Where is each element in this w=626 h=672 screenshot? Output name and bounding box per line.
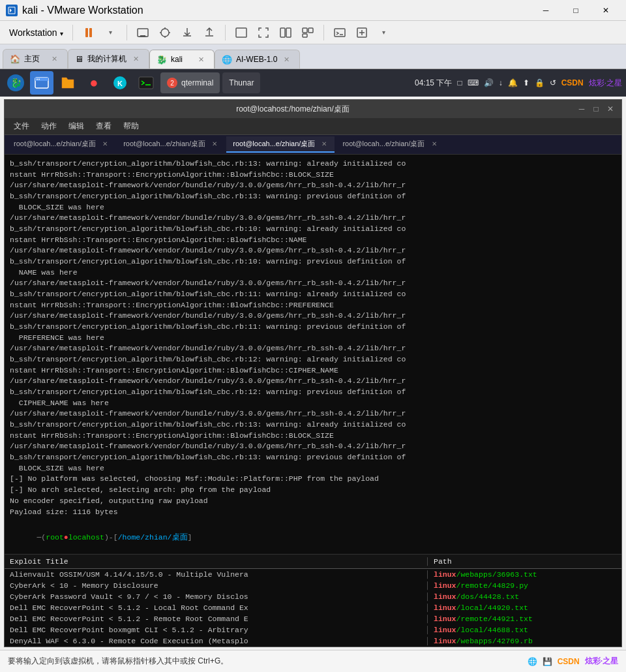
taskbar: 🐉 ● K 2 qterminal Thuna: [0, 69, 626, 97]
pause-dropdown-button[interactable]: ▾: [100, 22, 121, 43]
vm-menu-edit[interactable]: 编辑: [63, 119, 89, 133]
terminal-tab-3[interactable]: root@locah...e/zhian/桌面 ✕: [226, 136, 335, 153]
svg-rect-5: [139, 37, 147, 37]
close-button[interactable]: ✕: [591, 0, 621, 21]
terminal-tab-2[interactable]: root@locah...e/zhian/桌面 ✕: [117, 136, 225, 153]
vm-settings-button[interactable]: [132, 22, 153, 43]
svg-rect-12: [303, 34, 307, 37]
browser-tab-bar: 🏠 主页 ✕ 🖥 我的计算机 ✕ 🐉 kali ✕ 🌐 AI-WEB-1.0 ✕: [0, 44, 626, 69]
tab-aiweb[interactable]: 🌐 AI-WEB-1.0 ✕: [215, 50, 300, 69]
terminal-line: PREFERENCE was here: [10, 333, 616, 344]
terminal-line: CIPHER_NAME was here: [10, 398, 616, 409]
split-view-button[interactable]: [275, 22, 296, 43]
terminal-line: /usr/share/metasploit-framework/vendor/b…: [10, 311, 616, 322]
terminal-line: b_ssh/transport/encryption_algorithm/blo…: [10, 289, 616, 300]
table-row: Alienvault OSSIM/USM 4.14/4.15/5.0 - Mul…: [5, 569, 621, 580]
vm-maximize-button[interactable]: □: [590, 103, 602, 115]
menu-separator: [72, 25, 73, 40]
web-icon: 🌐: [222, 55, 232, 65]
pause-icon: [85, 28, 92, 37]
taskbar-volume-icon[interactable]: 🔊: [484, 78, 494, 87]
svg-rect-10: [303, 28, 307, 33]
vm-window-title: root@locahost:/home/zhian/桌面: [10, 104, 576, 115]
view-dropdown-button[interactable]: ▾: [374, 22, 395, 43]
taskbar-icon5[interactable]: K: [108, 71, 132, 95]
tab-kali-close[interactable]: ✕: [196, 54, 206, 65]
status-right-icons: 🌐 💾 CSDN 炫彩·之星: [528, 656, 618, 667]
terminal-tab-2-close[interactable]: ✕: [212, 140, 217, 147]
table-header-row: Exploit Title │ Path: [5, 555, 621, 569]
status-colorstar: 炫彩·之星: [585, 656, 618, 667]
svg-rect-7: [236, 28, 246, 37]
toolbar-sep2: [225, 25, 226, 40]
terminal-tab-4[interactable]: root@locah...e/zhian/桌面 ✕: [336, 136, 444, 153]
tab-mycomputer[interactable]: 🖥 我的计算机 ✕: [68, 49, 149, 69]
minimize-button[interactable]: ─: [531, 0, 561, 21]
tab-home-close[interactable]: ✕: [49, 54, 59, 65]
terminal-line: /usr/share/metasploit-framework/vendor/b…: [10, 213, 616, 224]
taskbar-files-icon[interactable]: [56, 71, 80, 95]
taskbar-browser-icon[interactable]: [30, 71, 53, 95]
taskbar-icon4[interactable]: ●: [82, 71, 106, 95]
full-screen-button[interactable]: [253, 22, 274, 43]
status-text: 要将输入定向到该虚拟机，请将鼠标指针移入其中或按 Ctrl+G。: [8, 656, 228, 667]
vm-close-button[interactable]: ✕: [604, 103, 616, 115]
taskbar-kali-dragon-icon[interactable]: 🐉: [4, 71, 27, 95]
taskbar-refresh-icon[interactable]: ↺: [550, 78, 556, 87]
taskbar-keyboard-icon[interactable]: ⌨: [468, 78, 479, 87]
unity-view-button[interactable]: [297, 22, 318, 43]
normal-view-button[interactable]: [231, 22, 252, 43]
terminal-line: b_ssh/transport/encryption_algorithm/blo…: [10, 191, 616, 202]
vm-minimize-button[interactable]: ─: [576, 103, 588, 115]
console-button[interactable]: [329, 22, 350, 43]
pause-button[interactable]: [78, 22, 99, 43]
toolbar-pause-group: ▾: [78, 22, 121, 43]
tab-aiweb-close[interactable]: ✕: [281, 54, 291, 65]
vm-menu-bar: 文件 动作 编辑 查看 帮助: [5, 118, 621, 135]
taskbar-lock-icon[interactable]: 🔒: [535, 78, 544, 87]
download-button[interactable]: [177, 22, 198, 43]
terminal-line: b_ssh/transport/encryption_algorithm/blo…: [10, 452, 616, 463]
toolbar-vm-group: [132, 22, 220, 43]
table-row: Dell EMC RecoverPoint boxmgmt CLI < 5.1.…: [5, 624, 621, 635]
taskbar-terminal-icon[interactable]: [134, 71, 158, 95]
terminal-tab-1[interactable]: root@locah...e/zhian/桌面 ✕: [7, 136, 115, 153]
table-row: CyberArk Password Vault < 9.7 / < 10 - M…: [5, 591, 621, 602]
remote-button[interactable]: [351, 22, 372, 43]
svg-rect-4: [140, 35, 145, 37]
upload-button[interactable]: [199, 22, 220, 43]
terminal-tab-bar: root@locah...e/zhian/桌面 ✕ root@locah...e…: [5, 135, 621, 155]
terminal-tab-4-close[interactable]: ✕: [432, 140, 437, 147]
terminal-tab-3-close[interactable]: ✕: [321, 140, 327, 147]
taskbar-qterminal-app[interactable]: 2 qterminal: [160, 72, 220, 93]
kali-icon: 🐉: [156, 55, 167, 65]
terminal-line: b_ssh/transport/encryption_algorithm/blo…: [10, 322, 616, 333]
vm-window: root@locahost:/home/zhian/桌面 ─ □ ✕ 文件 动作…: [4, 99, 622, 647]
tab-mycomputer-close[interactable]: ✕: [130, 54, 141, 65]
toolbar-view-group: [231, 22, 318, 43]
terminal-line: b_ssh/transport/encryption_algorithm/blo…: [10, 420, 616, 431]
vm-titlebar: root@locahost:/home/zhian/桌面 ─ □ ✕: [5, 100, 621, 118]
terminal-line: b_ssh/transport/encryption_algorithm/blo…: [10, 224, 616, 235]
vm-menu-view[interactable]: 查看: [91, 119, 117, 133]
maximize-button[interactable]: □: [561, 0, 591, 21]
vm-menu-help[interactable]: 帮助: [118, 119, 144, 133]
titlebar: kali - VMware Workstation ─ □ ✕: [0, 0, 626, 21]
terminal-content[interactable]: b_ssh/transport/encryption_algorithm/blo…: [5, 155, 621, 554]
svg-text:K: K: [117, 80, 123, 87]
tab-home[interactable]: 🏠 主页 ✕: [3, 49, 68, 69]
toolbar-sep1: [127, 25, 127, 40]
vm-menu-action[interactable]: 动作: [36, 119, 62, 133]
taskbar-bell-icon[interactable]: 🔔: [508, 78, 518, 87]
vm-menu-file[interactable]: 文件: [8, 119, 35, 133]
terminal-tab-1-close[interactable]: ✕: [102, 140, 108, 147]
workstation-menu[interactable]: Workstation: [3, 25, 70, 40]
terminal-line: nstant HrrRbSsh::Transport::EncryptionAl…: [10, 431, 616, 442]
terminal-line: b_ssh/transport/encryption_algorithm/blo…: [10, 159, 616, 170]
taskbar-screen-icon[interactable]: □: [457, 78, 462, 87]
taskbar-thunar-app[interactable]: Thunar: [222, 72, 260, 93]
status-net-icon: 🌐: [528, 657, 537, 666]
tab-kali[interactable]: 🐉 kali ✕: [149, 50, 215, 69]
snapshot-button[interactable]: [155, 22, 175, 43]
table-row: Dell EMC RecoverPoint < 5.1.2 - Local Ro…: [5, 602, 621, 613]
